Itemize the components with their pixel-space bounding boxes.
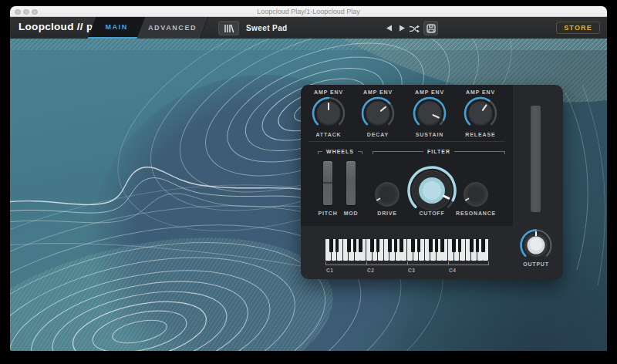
save-preset-button[interactable] bbox=[423, 21, 438, 35]
bracket-line bbox=[454, 151, 505, 154]
black-key[interactable] bbox=[394, 239, 398, 252]
decay-label: DECAY bbox=[367, 132, 389, 137]
level-meter bbox=[531, 106, 541, 212]
decay-control: AMP ENV DECAY bbox=[353, 89, 403, 137]
sustain-control: AMP ENV SUSTAIN bbox=[405, 89, 454, 137]
shuffle-icon[interactable] bbox=[410, 25, 420, 33]
filter-group: FILTER bbox=[373, 151, 505, 157]
black-key[interactable] bbox=[376, 239, 380, 252]
ruler-tick bbox=[448, 261, 449, 265]
resonance-knob[interactable] bbox=[460, 179, 491, 210]
release-control: AMP ENV RELEASE bbox=[456, 89, 505, 137]
amp-env-group-label: AMP ENV bbox=[314, 89, 343, 95]
drive-knob[interactable] bbox=[372, 179, 403, 210]
black-key[interactable] bbox=[440, 239, 444, 252]
keyboard bbox=[325, 239, 489, 261]
mod-label: MOD bbox=[339, 211, 362, 216]
attack-knob[interactable] bbox=[310, 95, 347, 132]
black-key[interactable] bbox=[388, 239, 392, 252]
ruler-tick bbox=[407, 261, 408, 265]
tab-main-label: MAIN bbox=[106, 23, 128, 31]
sustain-label: SUSTAIN bbox=[416, 132, 444, 137]
ruler-tick bbox=[325, 261, 326, 265]
section-divider bbox=[308, 141, 505, 142]
pitch-label: PITCH bbox=[314, 211, 342, 216]
synth-panel: AMP ENV ATTACK AMP ENV DECAY AMP ENV SUS… bbox=[301, 85, 563, 279]
next-preset-button[interactable] bbox=[398, 25, 406, 32]
bracket-line bbox=[358, 151, 362, 154]
window-title: Loopcloud Play/1-Loopcloud Play bbox=[10, 8, 607, 15]
cutoff-label: CUTOFF bbox=[413, 211, 451, 216]
black-key[interactable] bbox=[353, 239, 357, 252]
black-key[interactable] bbox=[458, 239, 462, 252]
pitch-wheel-center-line bbox=[323, 182, 332, 184]
black-key[interactable] bbox=[335, 239, 339, 252]
octave-label-c3: C3 bbox=[408, 268, 415, 273]
preset-browser-button[interactable] bbox=[218, 21, 239, 35]
amp-env-group-label: AMP ENV bbox=[415, 89, 444, 95]
black-key[interactable] bbox=[400, 239, 403, 252]
attack-label: ATTACK bbox=[315, 132, 341, 137]
tab-advanced-label: ADVANCED bbox=[148, 24, 197, 32]
filter-group-label: FILTER bbox=[423, 149, 454, 154]
release-label: RELEASE bbox=[465, 132, 495, 137]
mod-wheel[interactable] bbox=[346, 161, 356, 205]
keyboard-ruler bbox=[325, 262, 489, 265]
store-button-label: STORE bbox=[564, 24, 592, 32]
preset-browser-icon bbox=[223, 24, 234, 33]
prev-preset-button[interactable] bbox=[386, 25, 393, 32]
release-knob[interactable] bbox=[462, 95, 499, 132]
pitch-wheel[interactable] bbox=[323, 161, 332, 205]
wheels-group-label: WHEELS bbox=[322, 149, 358, 154]
background-artwork: AMP ENV ATTACK AMP ENV DECAY AMP ENV SUS… bbox=[10, 39, 607, 351]
black-key[interactable] bbox=[452, 239, 456, 252]
octave-label-c2: C2 bbox=[367, 268, 374, 273]
ruler-tick bbox=[488, 261, 489, 265]
ruler-tick bbox=[366, 261, 367, 265]
tab-main[interactable]: MAIN bbox=[88, 17, 146, 39]
cutoff-knob[interactable] bbox=[406, 164, 458, 217]
black-key[interactable] bbox=[481, 239, 485, 252]
wheels-group: WHEELS bbox=[318, 151, 362, 157]
resonance-label: RESONANCE bbox=[453, 211, 499, 216]
black-key[interactable] bbox=[347, 239, 351, 252]
tab-strip: MAIN ADVANCED bbox=[92, 17, 204, 39]
decay-knob[interactable] bbox=[359, 95, 396, 132]
screen: Loopcloud Play/1-Loopcloud Play Loopclou… bbox=[0, 0, 617, 364]
black-key[interactable] bbox=[417, 239, 421, 252]
save-icon bbox=[427, 24, 436, 33]
black-key[interactable] bbox=[359, 239, 362, 252]
toolbar: Loopcloud // play MAIN ADVANCED Sweet Pa… bbox=[10, 17, 607, 39]
amp-env-group-label: AMP ENV bbox=[466, 89, 495, 95]
black-key[interactable] bbox=[435, 239, 439, 252]
drive-label: DRIVE bbox=[372, 211, 403, 216]
black-key[interactable] bbox=[370, 239, 374, 252]
titlebar: Loopcloud Play/1-Loopcloud Play bbox=[10, 6, 607, 17]
store-button[interactable]: STORE bbox=[556, 22, 600, 34]
amp-env-group-label: AMP ENV bbox=[363, 89, 393, 95]
attack-control: AMP ENV ATTACK bbox=[304, 89, 353, 137]
bracket-line bbox=[373, 151, 423, 154]
octave-label-c1: C1 bbox=[326, 268, 333, 273]
octave-label-c4: C4 bbox=[449, 268, 456, 273]
output-knob[interactable] bbox=[518, 227, 555, 264]
black-key[interactable] bbox=[429, 239, 433, 252]
tab-advanced[interactable]: ADVANCED bbox=[137, 17, 209, 39]
black-key[interactable] bbox=[411, 239, 415, 252]
plugin-window: Loopcloud Play/1-Loopcloud Play Loopclou… bbox=[10, 6, 607, 351]
sustain-knob[interactable] bbox=[411, 95, 448, 132]
black-key[interactable] bbox=[476, 239, 480, 252]
black-key[interactable] bbox=[470, 239, 474, 252]
black-key[interactable] bbox=[329, 239, 333, 252]
output-label: OUTPUT bbox=[513, 261, 559, 267]
preset-name[interactable]: Sweet Pad bbox=[246, 24, 288, 32]
